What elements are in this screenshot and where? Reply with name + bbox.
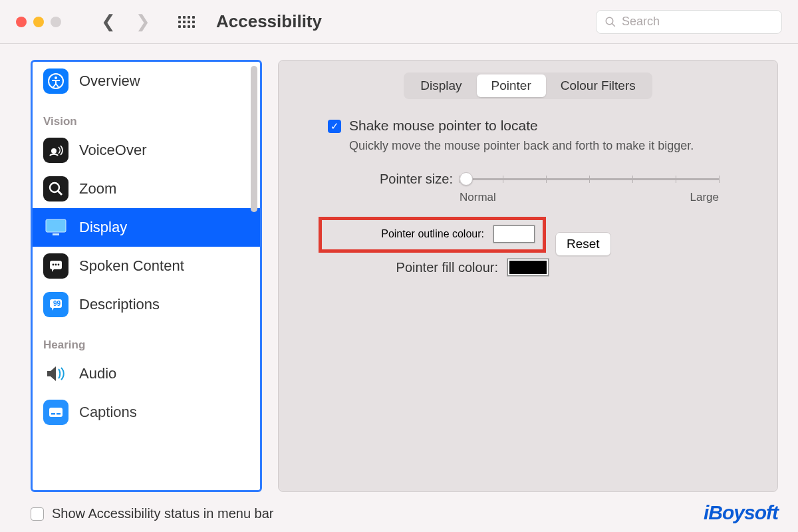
all-prefs-icon[interactable] [178, 16, 195, 28]
sidebar-item-audio[interactable]: Audio [33, 354, 260, 393]
status-menubar-checkbox[interactable] [31, 507, 44, 521]
slider-max-label: Large [690, 191, 719, 204]
pointer-size-row: Pointer size: [361, 171, 757, 187]
tab-pointer[interactable]: Pointer [477, 74, 546, 97]
fill-colour-label: Pointer fill colour: [331, 260, 498, 275]
slider-thumb[interactable] [460, 172, 473, 186]
window-controls [16, 17, 61, 27]
close-icon[interactable] [16, 17, 27, 27]
svg-rect-16 [51, 413, 55, 415]
fill-colour-row: Pointer fill colour: [331, 259, 757, 276]
sidebar-item-spoken-content[interactable]: Spoken Content [33, 247, 260, 285]
settings-pane: Display Pointer Colour Filters ✓ Shake m… [278, 60, 778, 492]
highlight-box: Pointer outline colour: [319, 217, 546, 253]
sidebar-item-overview[interactable]: Overview [33, 62, 260, 100]
sidebar-item-label: VoiceOver [79, 142, 147, 159]
spoken-content-icon [43, 253, 68, 279]
sidebar-item-label: Spoken Content [79, 257, 184, 275]
outline-colour-label: Pointer outline colour: [330, 228, 484, 240]
descriptions-icon: 99 [43, 292, 68, 317]
maximize-icon [51, 17, 61, 27]
nav-arrows: ❮ ❯ [101, 11, 150, 32]
svg-point-5 [50, 183, 59, 192]
outline-colour-swatch[interactable] [493, 225, 535, 243]
watermark: iBoysoft [704, 501, 778, 524]
pointer-size-label: Pointer size: [361, 172, 453, 187]
search-placeholder: Search [622, 15, 660, 29]
svg-point-11 [55, 264, 57, 266]
sidebar-item-label: Zoom [79, 180, 116, 198]
sidebar-item-label: Display [79, 219, 127, 236]
search-input[interactable]: Search [596, 10, 782, 34]
shake-description: Quickly move the mouse pointer back and … [349, 138, 722, 154]
sidebar-item-label: Descriptions [79, 296, 160, 313]
body: Overview Vision VoiceOver Zoom [0, 44, 798, 532]
svg-point-3 [55, 76, 57, 79]
svg-line-1 [612, 23, 615, 27]
voiceover-icon [43, 138, 68, 163]
sidebar-item-voiceover[interactable]: VoiceOver [33, 131, 260, 170]
sidebar-item-captions[interactable]: Captions [33, 393, 260, 432]
shake-checkbox[interactable]: ✓ [328, 120, 341, 133]
sidebar-item-label: Audio [79, 365, 116, 382]
captions-icon [43, 400, 68, 425]
zoom-icon [43, 176, 68, 201]
sidebar-item-zoom[interactable]: Zoom [33, 170, 260, 208]
titlebar: ❮ ❯ Accessibility Search [0, 0, 798, 44]
sidebar-item-label: Overview [79, 72, 140, 90]
overview-icon [43, 68, 68, 94]
shake-option-row: ✓ Shake mouse pointer to locate [328, 118, 757, 134]
page-title: Accessibility [216, 11, 322, 32]
svg-rect-7 [46, 219, 66, 232]
pointer-size-slider[interactable] [460, 171, 719, 187]
search-icon [604, 16, 616, 28]
audio-icon [43, 361, 68, 386]
svg-point-0 [606, 17, 613, 25]
svg-point-4 [51, 148, 57, 154]
status-menubar-label: Show Accessibility status in menu bar [52, 506, 274, 521]
shake-label: Shake mouse pointer to locate [349, 118, 538, 134]
minimize-icon[interactable] [33, 17, 44, 27]
tab-bar: Display Pointer Colour Filters [404, 72, 652, 99]
slider-min-label: Normal [460, 191, 496, 204]
svg-text:99: 99 [53, 300, 61, 307]
svg-rect-17 [57, 413, 61, 415]
display-icon [43, 215, 68, 240]
slider-range-labels: Normal Large [460, 191, 719, 204]
svg-rect-15 [49, 408, 63, 417]
tab-display[interactable]: Display [406, 74, 476, 97]
svg-point-10 [53, 264, 55, 266]
back-button[interactable]: ❮ [101, 11, 116, 32]
svg-line-6 [58, 191, 62, 195]
sidebar-item-descriptions[interactable]: 99 Descriptions [33, 285, 260, 324]
svg-point-12 [58, 264, 60, 266]
reset-button[interactable]: Reset [555, 232, 611, 256]
fill-colour-swatch[interactable] [507, 259, 549, 276]
sidebar-heading-vision: Vision [33, 100, 260, 131]
svg-rect-8 [53, 233, 59, 235]
scrollbar[interactable] [251, 66, 257, 212]
sidebar-heading-hearing: Hearing [33, 324, 260, 354]
sidebar: Overview Vision VoiceOver Zoom [31, 60, 262, 492]
sidebar-item-label: Captions [79, 404, 137, 421]
tab-colour-filters[interactable]: Colour Filters [546, 74, 650, 97]
forward-button: ❯ [136, 11, 150, 32]
sidebar-item-display[interactable]: Display [33, 208, 260, 247]
footer-option: Show Accessibility status in menu bar [31, 506, 274, 521]
accessibility-window: ❮ ❯ Accessibility Search Overview [0, 0, 798, 532]
